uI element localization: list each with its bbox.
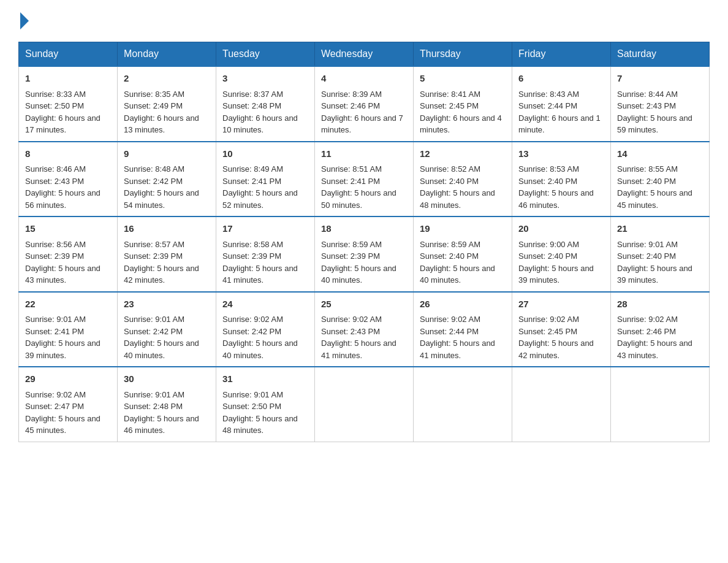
day-number: 23	[124, 297, 210, 312]
calendar-day-cell	[315, 367, 414, 442]
calendar-day-cell: 19Sunrise: 8:59 AMSunset: 2:40 PMDayligh…	[414, 216, 512, 292]
calendar-day-cell: 26Sunrise: 9:02 AMSunset: 2:44 PMDayligh…	[414, 292, 512, 367]
day-number: 3	[222, 72, 308, 86]
calendar-day-cell	[414, 367, 512, 442]
calendar-day-cell: 17Sunrise: 8:58 AMSunset: 2:39 PMDayligh…	[216, 216, 315, 292]
day-number: 24	[222, 297, 308, 312]
calendar-day-cell: 27Sunrise: 9:02 AMSunset: 2:45 PMDayligh…	[512, 292, 611, 367]
calendar-day-cell	[512, 367, 611, 442]
calendar-day-cell: 15Sunrise: 8:56 AMSunset: 2:39 PMDayligh…	[19, 216, 118, 292]
calendar-week-row: 29Sunrise: 9:02 AMSunset: 2:47 PMDayligh…	[19, 367, 710, 442]
day-number: 14	[617, 147, 703, 161]
day-number: 17	[222, 222, 308, 236]
calendar-day-cell: 12Sunrise: 8:52 AMSunset: 2:40 PMDayligh…	[414, 142, 512, 217]
calendar-table: SundayMondayTuesdayWednesdayThursdayFrid…	[18, 42, 710, 442]
calendar-day-cell: 13Sunrise: 8:53 AMSunset: 2:40 PMDayligh…	[512, 142, 611, 217]
day-number: 15	[25, 222, 111, 236]
calendar-header-row: SundayMondayTuesdayWednesdayThursdayFrid…	[19, 42, 710, 67]
calendar-day-cell: 1Sunrise: 8:33 AMSunset: 2:50 PMDaylight…	[19, 66, 118, 142]
calendar-day-cell: 31Sunrise: 9:01 AMSunset: 2:50 PMDayligh…	[216, 367, 315, 442]
calendar-day-cell: 5Sunrise: 8:41 AMSunset: 2:45 PMDaylight…	[414, 66, 512, 142]
calendar-day-cell: 9Sunrise: 8:48 AMSunset: 2:42 PMDaylight…	[118, 142, 216, 217]
logo	[18, 12, 29, 29]
day-number: 10	[222, 147, 308, 161]
calendar-day-cell: 6Sunrise: 8:43 AMSunset: 2:44 PMDaylight…	[512, 66, 611, 142]
calendar-day-cell: 29Sunrise: 9:02 AMSunset: 2:47 PMDayligh…	[19, 367, 118, 442]
day-of-week-header: Sunday	[19, 42, 118, 67]
day-number: 7	[617, 72, 703, 86]
calendar-day-cell: 3Sunrise: 8:37 AMSunset: 2:48 PMDaylight…	[216, 66, 315, 142]
page-header	[18, 12, 710, 29]
day-number: 2	[124, 72, 210, 86]
day-number: 27	[518, 297, 604, 312]
calendar-day-cell: 14Sunrise: 8:55 AMSunset: 2:40 PMDayligh…	[611, 142, 710, 217]
day-number: 8	[25, 147, 111, 161]
day-of-week-header: Wednesday	[315, 42, 414, 67]
calendar-day-cell: 20Sunrise: 9:00 AMSunset: 2:40 PMDayligh…	[512, 216, 611, 292]
day-number: 12	[420, 147, 506, 161]
calendar-day-cell: 10Sunrise: 8:49 AMSunset: 2:41 PMDayligh…	[216, 142, 315, 217]
day-number: 9	[124, 147, 210, 161]
day-number: 26	[420, 297, 506, 312]
logo-triangle-icon	[20, 12, 29, 29]
day-number: 16	[124, 222, 210, 236]
day-of-week-header: Saturday	[611, 42, 710, 67]
day-number: 20	[518, 222, 604, 236]
calendar-day-cell: 23Sunrise: 9:01 AMSunset: 2:42 PMDayligh…	[118, 292, 216, 367]
day-number: 13	[518, 147, 604, 161]
calendar-week-row: 8Sunrise: 8:46 AMSunset: 2:43 PMDaylight…	[19, 142, 710, 217]
calendar-week-row: 1Sunrise: 8:33 AMSunset: 2:50 PMDaylight…	[19, 66, 710, 142]
calendar-day-cell: 24Sunrise: 9:02 AMSunset: 2:42 PMDayligh…	[216, 292, 315, 367]
day-number: 6	[518, 72, 604, 86]
day-number: 1	[25, 72, 111, 86]
calendar-day-cell: 2Sunrise: 8:35 AMSunset: 2:49 PMDaylight…	[118, 66, 216, 142]
day-number: 21	[617, 222, 703, 236]
day-number: 18	[321, 222, 407, 236]
day-number: 4	[321, 72, 407, 86]
day-of-week-header: Monday	[118, 42, 216, 67]
calendar-day-cell	[611, 367, 710, 442]
day-number: 30	[124, 372, 210, 386]
day-number: 19	[420, 222, 506, 236]
calendar-day-cell: 4Sunrise: 8:39 AMSunset: 2:46 PMDaylight…	[315, 66, 414, 142]
calendar-day-cell: 22Sunrise: 9:01 AMSunset: 2:41 PMDayligh…	[19, 292, 118, 367]
calendar-day-cell: 28Sunrise: 9:02 AMSunset: 2:46 PMDayligh…	[611, 292, 710, 367]
calendar-day-cell: 11Sunrise: 8:51 AMSunset: 2:41 PMDayligh…	[315, 142, 414, 217]
day-of-week-header: Thursday	[414, 42, 512, 67]
calendar-day-cell: 7Sunrise: 8:44 AMSunset: 2:43 PMDaylight…	[611, 66, 710, 142]
day-number: 11	[321, 147, 407, 161]
day-of-week-header: Tuesday	[216, 42, 315, 67]
calendar-week-row: 15Sunrise: 8:56 AMSunset: 2:39 PMDayligh…	[19, 216, 710, 292]
calendar-week-row: 22Sunrise: 9:01 AMSunset: 2:41 PMDayligh…	[19, 292, 710, 367]
day-number: 5	[420, 72, 506, 86]
calendar-day-cell: 16Sunrise: 8:57 AMSunset: 2:39 PMDayligh…	[118, 216, 216, 292]
calendar-day-cell: 8Sunrise: 8:46 AMSunset: 2:43 PMDaylight…	[19, 142, 118, 217]
day-number: 31	[222, 372, 308, 386]
day-number: 29	[25, 372, 111, 386]
day-of-week-header: Friday	[512, 42, 611, 67]
calendar-day-cell: 25Sunrise: 9:02 AMSunset: 2:43 PMDayligh…	[315, 292, 414, 367]
day-number: 25	[321, 297, 407, 312]
calendar-day-cell: 30Sunrise: 9:01 AMSunset: 2:48 PMDayligh…	[118, 367, 216, 442]
day-number: 22	[25, 297, 111, 312]
calendar-day-cell: 18Sunrise: 8:59 AMSunset: 2:39 PMDayligh…	[315, 216, 414, 292]
calendar-day-cell: 21Sunrise: 9:01 AMSunset: 2:40 PMDayligh…	[611, 216, 710, 292]
day-number: 28	[617, 297, 703, 312]
